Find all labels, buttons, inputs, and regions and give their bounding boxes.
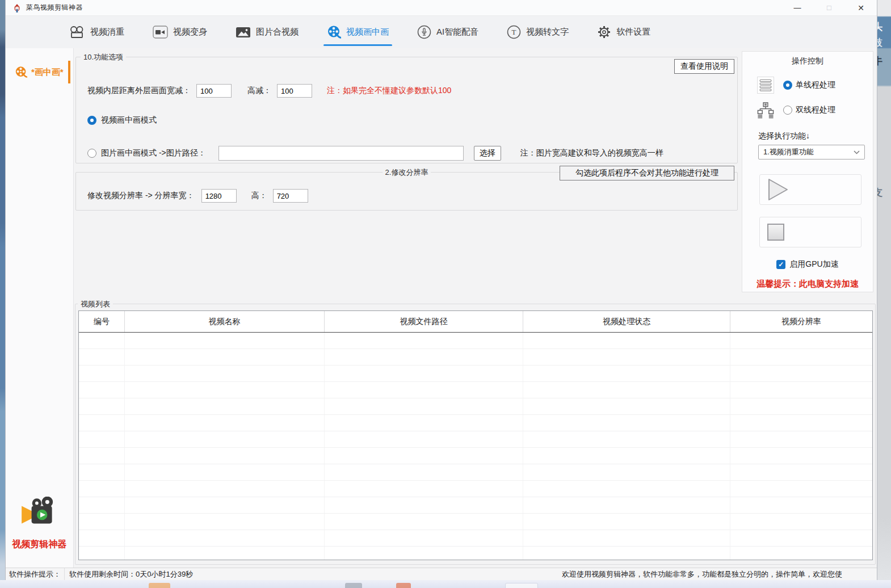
image-size-note: 注：图片宽高建议和导入的视频宽高一样 [520,148,663,158]
video-table: 编号 视频名称 视频文件路径 视频处理状态 视频分辨率 [78,310,873,560]
function-select[interactable]: 1.视频消重功能 [758,145,865,159]
table-row[interactable] [79,349,872,366]
table-cell [730,481,872,497]
video-camera-icon [153,26,168,39]
table-cell [523,481,730,497]
tab-video-dedupe[interactable]: 视频消重 [69,26,124,39]
close-button[interactable]: ✕ [845,0,877,15]
table-cell [730,530,872,546]
single-thread-radio[interactable] [783,81,792,90]
resolution-row: 修改视频分辨率 -> 分辨率宽： 高： [87,188,308,203]
table-cell [325,398,523,414]
app-icon [12,3,22,12]
stop-processing-button[interactable] [759,217,861,247]
width-reduction-label: 视频内层距离外层画面宽减： [87,86,191,96]
table-row[interactable] [79,431,872,448]
tab-settings[interactable]: 软件设置 [597,25,650,39]
tab-video-transform[interactable]: 视频变身 [153,26,207,39]
tab-label: 视频消重 [90,27,124,37]
table-row[interactable] [79,514,872,530]
column-header[interactable]: 视频分辨率 [730,311,872,332]
app-logo [6,497,73,534]
resolution-height-input[interactable] [273,189,308,203]
table-row[interactable] [79,481,872,497]
table-cell [730,547,872,560]
tab-picture-in-picture[interactable]: 视频画中画 [327,25,389,39]
table-cell [730,415,872,431]
table-row[interactable] [79,547,872,560]
desktop-wallpaper-left-strip [0,0,6,588]
table-row[interactable] [79,333,872,349]
image-path-input[interactable] [218,146,464,161]
film-reel-icon [327,25,341,39]
status-prompt-label: 软件操作提示： [6,568,65,580]
table-cell [79,530,125,546]
operation-control-panel: 操作控制 单线程处 [742,51,873,292]
start-processing-button[interactable] [759,174,861,205]
table-cell [523,349,730,365]
table-cell [79,431,125,447]
image-mode-radio[interactable] [87,149,96,158]
taskbar-icon-fragment [505,583,538,588]
tab-video-to-text[interactable]: T 视频转文字 [507,25,569,39]
tab-ai-dubbing[interactable]: AI智能配音 [417,25,478,39]
status-bar: 软件操作提示： 软件使用剩余时间：0天0小时1分39秒 欢迎使用视频剪辑神器，软… [6,568,877,580]
table-cell [325,415,523,431]
table-row[interactable] [79,366,872,382]
height-reduction-input[interactable] [277,84,312,98]
table-row[interactable] [79,464,872,481]
microphone-icon [417,25,431,39]
text-circle-icon: T [507,25,521,39]
welcome-text: 欢迎使用视频剪辑神器，软件功能非常多，功能都是独立分明的，操作简单，欢迎您使 [562,569,877,579]
table-row[interactable] [79,415,872,431]
tab-image-to-video[interactable]: 图片合视频 [236,26,299,39]
table-row[interactable] [79,398,872,415]
column-header[interactable]: 视频文件路径 [325,311,523,332]
table-cell [523,382,730,398]
tab-label: 软件设置 [616,27,650,37]
image-mode-row: 图片画中画模式 ->图片路径： 选择 注：图片宽高建议和导入的视频宽高一样 [87,146,663,161]
maximize-button[interactable]: □ [813,0,845,15]
table-cell [125,382,325,398]
single-thread-icon [757,77,774,94]
table-row[interactable] [79,448,872,464]
table-cell [523,497,730,513]
gpu-checkbox[interactable] [776,260,785,269]
minimize-button[interactable]: — [781,0,813,15]
view-help-button[interactable]: 查看使用说明 [674,59,734,74]
size-reduction-row: 视频内层距离外层画面宽减： 高减： 注：如果完全不懂建议参数默认100 [87,83,451,98]
tab-label: AI智能配音 [436,27,478,37]
taskbar-edge-strip [0,580,891,588]
table-cell [79,366,125,381]
column-header[interactable]: 视频处理状态 [523,311,730,332]
table-cell [730,398,872,414]
table-row[interactable] [79,530,872,547]
resolution-width-input[interactable] [201,189,237,203]
panel-title: 操作控制 [742,56,873,66]
column-header[interactable]: 视频名称 [125,311,325,332]
table-cell [523,448,730,464]
video-mode-radio[interactable] [87,116,96,125]
table-cell [730,382,872,398]
table-cell [125,448,325,464]
table-cell [730,333,872,348]
table-cell [523,366,730,381]
movie-camera-icon [69,26,85,39]
table-cell [523,464,730,480]
dual-thread-label: 双线程处理 [796,105,835,115]
table-cell [125,530,325,546]
group-title: 2.修改分辨率 [383,167,431,178]
table-cell [523,514,730,530]
table-cell [523,415,730,431]
choose-image-button[interactable]: 选择 [474,146,501,161]
sidebar-item-picture-in-picture[interactable]: *画中画* [6,61,73,83]
column-header[interactable]: 编号 [79,311,125,332]
table-row[interactable] [79,382,872,398]
table-row[interactable] [79,497,872,514]
dual-thread-radio[interactable] [783,106,792,115]
exclusive-mode-note[interactable]: 勾选此项后程序不会对其他功能进行处理 [560,166,734,180]
table-cell [125,497,325,513]
dual-thread-icon [757,102,774,119]
width-reduction-input[interactable] [196,84,232,98]
default-param-note: 注：如果完全不懂建议参数默认100 [327,86,451,96]
